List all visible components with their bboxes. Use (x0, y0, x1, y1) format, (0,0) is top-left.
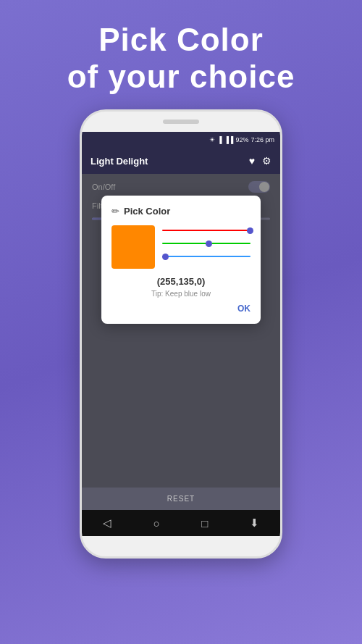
red-track (162, 230, 251, 231)
battery-level: 92% (235, 136, 248, 143)
red-slider-row[interactable] (162, 227, 251, 234)
down-button[interactable]: ⬇ (250, 517, 259, 530)
app-bar-icons: ♥ ⚙ (249, 155, 272, 167)
clock: 7:26 pm (251, 136, 274, 143)
phone-top-area (82, 112, 280, 132)
settings-icon[interactable]: ⚙ (262, 155, 272, 167)
wifi-icon: ▐▐ (224, 136, 234, 143)
dialog-title: Pick Color (124, 206, 170, 217)
color-swatch (111, 225, 155, 269)
status-icons: ☀ ▐ ▐▐ 92% 7:26 pm (209, 136, 274, 143)
blue-thumb (162, 254, 169, 260)
phone-screen: ☀ ▐ ▐▐ 92% 7:26 pm Light Delight ♥ ⚙ On/… (82, 132, 280, 536)
app-bar: Light Delight ♥ ⚙ (82, 148, 280, 174)
brightness-icon: ☀ (209, 136, 215, 143)
recents-button[interactable]: □ (201, 517, 208, 530)
phone-bottom (82, 536, 280, 556)
signal-icon: ▐ (217, 136, 222, 143)
hero-section: Pick Color of your choice (67, 22, 295, 95)
green-thumb (206, 241, 212, 247)
hero-title-line1: Pick Color (67, 22, 295, 59)
blue-track (162, 256, 251, 257)
ok-button[interactable]: OK (237, 304, 251, 314)
phone-speaker (163, 120, 199, 124)
dialog-overlay: ✏ Pick Color (82, 174, 280, 488)
dialog-body (111, 225, 251, 269)
dialog-title-row: ✏ Pick Color (111, 206, 251, 217)
tip-text: Tip: Keep blue low (111, 290, 251, 298)
home-button[interactable]: ○ (153, 517, 160, 530)
pick-color-dialog: ✏ Pick Color (101, 196, 261, 324)
navigation-bar: ◁ ○ □ ⬇ (82, 510, 280, 536)
color-sliders (162, 225, 251, 260)
color-value-display: (255,135,0) (111, 276, 251, 287)
reset-button[interactable]: RESET (167, 495, 195, 503)
green-slider-row[interactable] (162, 240, 251, 247)
app-content: On/Off Filter Opacity ✏ (82, 174, 280, 488)
heart-icon[interactable]: ♥ (249, 155, 255, 167)
red-thumb (247, 227, 253, 234)
back-button[interactable]: ◁ (103, 517, 111, 530)
hero-title-line2: of your choice (67, 59, 295, 96)
blue-slider-row[interactable] (162, 253, 251, 260)
dialog-ok-row: OK (111, 304, 251, 314)
pencil-icon: ✏ (111, 206, 119, 217)
phone-device: ☀ ▐ ▐▐ 92% 7:26 pm Light Delight ♥ ⚙ On/… (80, 109, 282, 559)
app-title: Light Delight (90, 156, 148, 167)
reset-bar: RESET (82, 488, 280, 510)
status-bar: ☀ ▐ ▐▐ 92% 7:26 pm (82, 132, 280, 148)
